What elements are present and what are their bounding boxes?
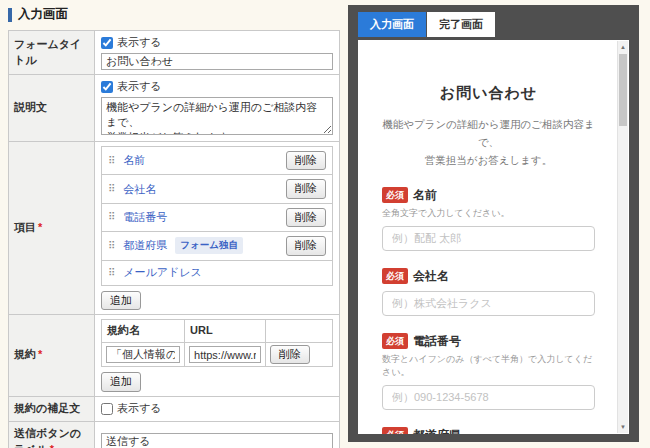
terms-note-show-checkbox[interactable] — [101, 403, 113, 415]
field-company: 必須 会社名 — [382, 268, 595, 316]
form-description: 機能やプランの詳細から運用のご相談内容まで、営業担当がお答えします。 — [382, 116, 595, 170]
field-prefecture: 必須 都道府県 東京都 ▼ — [382, 427, 595, 434]
drag-handle-icon[interactable]: ⠿ — [108, 241, 115, 251]
terms-note-show-toggle[interactable]: 表示する — [101, 401, 333, 416]
add-item-button[interactable]: 追加 — [101, 291, 141, 310]
terms-row: 削除 — [102, 342, 333, 366]
description-textarea[interactable]: 機能やプランの詳細から運用のご相談内容まで、 営業担当がお答えします。 — [101, 97, 333, 135]
row-terms: 規約* 規約名 URL 削除 追加 — [9, 314, 340, 396]
required-badge: 必須 — [382, 268, 408, 284]
field-name: 必須 名前 全角文字で入力してください。 — [382, 187, 595, 251]
item-link-email[interactable]: メールアドレス — [123, 265, 202, 280]
add-terms-button[interactable]: 追加 — [101, 372, 141, 391]
checkbox-label: 表示する — [117, 401, 162, 416]
required-asterisk: * — [38, 221, 42, 233]
required-asterisk: * — [50, 443, 54, 448]
terms-col-url: URL — [185, 319, 266, 342]
submit-label-input[interactable] — [101, 433, 333, 448]
checkbox-label: 表示する — [117, 79, 162, 94]
editor-panel: 入力画面 フォームタイトル 表示する 説明文 表示する 機能やプランの詳細から運 — [8, 6, 340, 448]
item-link-company[interactable]: 会社名 — [123, 182, 156, 197]
item-row-company: ⠿ 会社名 削除 — [102, 175, 332, 203]
scroll-up-icon[interactable]: ▲ — [618, 41, 628, 53]
description-show-checkbox[interactable] — [101, 81, 113, 93]
preview-tabs: 入力画面 完了画面 — [348, 5, 639, 37]
row-items-label: 項目* — [9, 142, 95, 315]
terms-col-actions — [265, 319, 332, 342]
preview-frame: お問い合わせ 機能やプランの詳細から運用のご相談内容まで、営業担当がお答えします… — [358, 40, 629, 434]
required-badge: 必須 — [382, 187, 408, 203]
required-badge: 必須 — [382, 333, 408, 349]
tab-complete-screen[interactable]: 完了画面 — [427, 12, 495, 37]
delete-item-button[interactable]: 削除 — [286, 179, 326, 198]
delete-item-button[interactable]: 削除 — [286, 236, 326, 255]
header-accent-bar — [8, 8, 12, 22]
tab-input-screen[interactable]: 入力画面 — [358, 12, 426, 37]
item-row-prefecture: ⠿ 都道府県 フォーム独自 削除 — [102, 232, 332, 260]
field-label: 都道府県 — [413, 427, 461, 434]
preview-form: お問い合わせ 機能やプランの詳細から運用のご相談内容まで、営業担当がお答えします… — [358, 40, 617, 434]
editor-header: 入力画面 — [8, 6, 340, 23]
drag-handle-icon[interactable]: ⠿ — [108, 156, 115, 166]
scroll-down-icon[interactable]: ▼ — [618, 421, 628, 433]
item-list: ⠿ 名前 削除 ⠿ 会社名 削除 ⠿ 電話番号 削除 — [101, 146, 333, 286]
company-input[interactable] — [382, 291, 595, 316]
row-form-title-label: フォームタイトル — [9, 31, 95, 75]
item-row-email: ⠿ メールアドレス — [102, 261, 332, 285]
delete-terms-button[interactable]: 削除 — [270, 345, 310, 364]
terms-url-input[interactable] — [189, 346, 261, 363]
form-title-input[interactable] — [101, 53, 333, 70]
name-input[interactable] — [382, 226, 595, 251]
row-description-label: 説明文 — [9, 75, 95, 142]
row-submit-label-label: 送信ボタンのラベル* — [9, 421, 95, 448]
scrollbar-thumb[interactable] — [619, 54, 627, 126]
row-items: 項目* ⠿ 名前 削除 ⠿ 会社名 削除 ⠿ 電話番号 — [9, 142, 340, 315]
preview-panel: 入力画面 完了画面 お問い合わせ 機能やプランの詳細から運用のご相談内容まで、営… — [348, 5, 639, 442]
terms-col-name: 規約名 — [102, 319, 185, 342]
row-submit-label: 送信ボタンのラベル* — [9, 421, 340, 448]
preview-scrollbar[interactable]: ▲ ▼ — [617, 41, 628, 433]
field-phone: 必須 電話番号 数字とハイフンのみ（すべて半角）で入力してください。 — [382, 333, 595, 410]
row-terms-note-label: 規約の補足文 — [9, 396, 95, 421]
terms-table: 規約名 URL 削除 — [101, 319, 333, 367]
row-description: 説明文 表示する 機能やプランの詳細から運用のご相談内容まで、 営業担当がお答え… — [9, 75, 340, 142]
description-show-toggle[interactable]: 表示する — [101, 79, 333, 94]
form-title-show-checkbox[interactable] — [101, 37, 113, 49]
page-title: 入力画面 — [18, 6, 68, 23]
form-title: お問い合わせ — [382, 84, 595, 103]
row-terms-label: 規約* — [9, 314, 95, 396]
form-specific-badge: フォーム独自 — [175, 237, 243, 254]
field-label: 名前 — [413, 187, 437, 204]
drag-handle-icon[interactable]: ⠿ — [108, 184, 115, 194]
phone-input[interactable] — [382, 385, 595, 410]
delete-item-button[interactable]: 削除 — [286, 208, 326, 227]
item-link-prefecture[interactable]: 都道府県 — [123, 238, 167, 253]
item-row-phone: ⠿ 電話番号 削除 — [102, 204, 332, 232]
config-table: フォームタイトル 表示する 説明文 表示する 機能やプランの詳細から運用のご相談… — [8, 30, 340, 448]
drag-handle-icon[interactable]: ⠿ — [108, 212, 115, 222]
row-form-title: フォームタイトル 表示する — [9, 31, 340, 75]
item-row-name: ⠿ 名前 削除 — [102, 147, 332, 175]
row-terms-note: 規約の補足文 表示する — [9, 396, 340, 421]
item-link-name[interactable]: 名前 — [123, 153, 145, 168]
required-asterisk: * — [38, 348, 42, 360]
field-label: 電話番号 — [413, 333, 461, 350]
field-help: 全角文字で入力してください。 — [382, 207, 595, 220]
checkbox-label: 表示する — [117, 35, 162, 50]
field-help: 数字とハイフンのみ（すべて半角）で入力してください。 — [382, 353, 595, 379]
delete-item-button[interactable]: 削除 — [286, 151, 326, 170]
form-title-show-toggle[interactable]: 表示する — [101, 35, 333, 50]
terms-name-input[interactable] — [106, 346, 180, 363]
required-badge: 必須 — [382, 427, 408, 434]
field-label: 会社名 — [413, 268, 449, 285]
item-link-phone[interactable]: 電話番号 — [123, 210, 167, 225]
drag-handle-icon[interactable]: ⠿ — [108, 268, 115, 278]
